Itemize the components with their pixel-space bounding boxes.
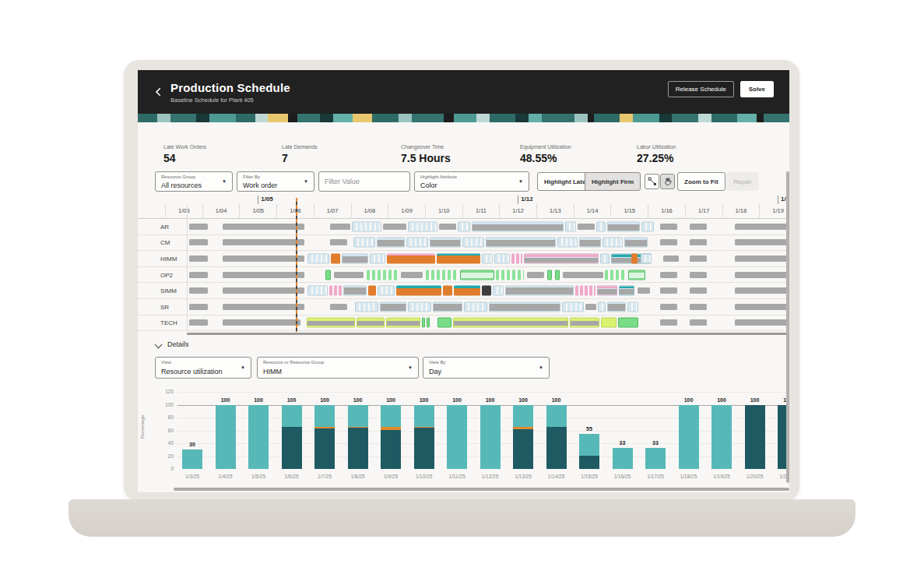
gantt-task-bar[interactable] xyxy=(307,286,328,296)
gantt-task-bar[interactable] xyxy=(486,238,556,248)
gantt-task-bar[interactable] xyxy=(331,253,340,263)
gantt-task-bar[interactable] xyxy=(690,304,707,310)
gantt-task-bar[interactable] xyxy=(597,286,617,296)
gantt-task-bar[interactable] xyxy=(663,256,679,262)
gantt-task-bar[interactable] xyxy=(189,272,208,278)
gantt-task-bar[interactable] xyxy=(579,238,601,248)
gantt-task-bar[interactable] xyxy=(735,319,789,326)
gantt-task-bar[interactable] xyxy=(223,287,304,294)
gantt-task-bar[interactable] xyxy=(453,318,568,328)
gantt-task-bar[interactable] xyxy=(408,221,437,231)
gantt-task-bar[interactable] xyxy=(735,239,789,245)
gantt-task-bar[interactable] xyxy=(598,301,606,312)
gantt-task-bar[interactable] xyxy=(505,286,574,296)
gantt-task-bar[interactable] xyxy=(307,253,329,263)
release-schedule-button[interactable]: Release Schedule xyxy=(668,81,734,97)
horizontal-scrollbar[interactable] xyxy=(174,488,789,491)
gantt-task-bar[interactable] xyxy=(563,272,603,278)
gantt-task-bar[interactable] xyxy=(618,318,638,328)
chart-bar[interactable] xyxy=(513,405,533,469)
chart-bar[interactable] xyxy=(613,448,633,469)
gantt-task-bar[interactable] xyxy=(380,301,406,312)
chart-bar[interactable] xyxy=(546,405,567,470)
pan-hand-button[interactable] xyxy=(660,174,675,189)
gantt-task-bar[interactable] xyxy=(377,238,405,248)
chart-bar[interactable] xyxy=(645,448,666,469)
gantt-task-bar[interactable] xyxy=(370,253,385,263)
gantt-task-bar[interactable] xyxy=(660,304,677,310)
gantt-task-bar[interactable] xyxy=(422,318,425,328)
vertical-scrollbar[interactable] xyxy=(786,171,789,483)
gantt-task-bar[interactable] xyxy=(307,318,355,328)
gantt-task-bar[interactable] xyxy=(496,270,524,280)
gantt-task-bar[interactable] xyxy=(660,224,677,230)
gantt-task-bar[interactable] xyxy=(378,286,395,296)
view-dropdown[interactable]: View Resource utilization ▼ xyxy=(155,357,251,379)
gantt-task-bar[interactable] xyxy=(437,253,480,263)
gantt-task-bar[interactable] xyxy=(562,301,584,312)
gantt-task-bar[interactable] xyxy=(735,287,789,294)
details-section-header[interactable]: Details xyxy=(138,340,789,352)
marquee-zoom-button[interactable] xyxy=(645,174,659,189)
highlight-attribute-dropdown[interactable]: Highlight Attribute Color ▼ xyxy=(414,171,529,192)
gantt-task-bar[interactable] xyxy=(547,270,552,280)
chart-bar[interactable] xyxy=(216,405,236,470)
gantt-task-bar[interactable] xyxy=(607,221,640,231)
gantt-task-bar[interactable] xyxy=(690,256,707,262)
gantt-task-bar[interactable] xyxy=(578,224,595,230)
gantt-task-bar[interactable] xyxy=(443,286,452,296)
gantt-task-bar[interactable] xyxy=(735,256,789,262)
gantt-task-bar[interactable] xyxy=(493,286,504,296)
gantt-task-bar[interactable] xyxy=(482,253,493,263)
gantt-task-bar[interactable] xyxy=(368,286,376,296)
gantt-task-bar[interactable] xyxy=(619,286,634,296)
chart-bar[interactable] xyxy=(381,405,401,469)
gantt-task-bar[interactable] xyxy=(406,238,428,248)
gantt-task-bar[interactable] xyxy=(329,286,342,296)
gantt-task-bar[interactable] xyxy=(426,270,458,280)
gantt-task-bar[interactable] xyxy=(408,301,431,312)
gantt-task-bar[interactable] xyxy=(367,270,399,280)
resource-dropdown[interactable]: Resource or Resource Group HIMM ▼ xyxy=(257,357,419,379)
gantt-task-bar[interactable] xyxy=(690,287,707,294)
chart-bar[interactable] xyxy=(447,405,467,470)
gantt-task-bar[interactable] xyxy=(600,253,610,263)
gantt-task-bar[interactable] xyxy=(628,270,645,280)
gantt-task-bar[interactable] xyxy=(494,253,510,263)
gantt-task-bar[interactable] xyxy=(464,301,487,312)
chart-bar[interactable] xyxy=(348,405,368,469)
chart-bar[interactable] xyxy=(282,405,302,469)
gantt-task-bar[interactable] xyxy=(690,239,707,245)
gantt-task-bar[interactable] xyxy=(343,286,367,296)
gantt-task-bar[interactable] xyxy=(596,221,606,231)
gantt-task-bar[interactable] xyxy=(472,221,564,231)
gantt-task-bar[interactable] xyxy=(401,272,423,278)
gantt-task-bar[interactable] xyxy=(454,286,480,296)
gantt-horizontal-scrollbar[interactable] xyxy=(187,333,789,335)
gantt-task-bar[interactable] xyxy=(462,238,484,248)
gantt-task-bar[interactable] xyxy=(223,256,304,262)
gantt-task-bar[interactable] xyxy=(585,304,596,310)
chart-bar[interactable] xyxy=(414,405,434,469)
gantt-task-bar[interactable] xyxy=(353,238,375,248)
gantt-task-bar[interactable] xyxy=(482,286,491,296)
gantt-task-bar[interactable] xyxy=(735,224,789,230)
gantt-task-bar[interactable] xyxy=(427,318,430,328)
gantt-task-bar[interactable] xyxy=(396,286,441,296)
gantt-task-bar[interactable] xyxy=(607,301,626,312)
gantt-task-bar[interactable] xyxy=(437,318,451,328)
chart-bar[interactable] xyxy=(745,405,765,470)
gantt-task-bar[interactable] xyxy=(223,239,304,245)
chart-bar[interactable] xyxy=(314,405,335,469)
gantt-task-bar[interactable] xyxy=(342,253,368,263)
gantt-task-bar[interactable] xyxy=(624,238,648,248)
gantt-task-bar[interactable] xyxy=(334,272,364,278)
gantt-task-bar[interactable] xyxy=(690,272,707,278)
gantt-task-bar[interactable] xyxy=(631,253,638,263)
repair-button[interactable]: Repair xyxy=(726,172,759,191)
gantt-task-bar[interactable] xyxy=(735,304,789,310)
filter-by-dropdown[interactable]: Filter By Work order ▼ xyxy=(237,171,314,192)
gantt-task-bar[interactable] xyxy=(330,304,347,310)
gantt-task-bar[interactable] xyxy=(458,221,470,231)
gantt-task-bar[interactable] xyxy=(660,272,677,278)
